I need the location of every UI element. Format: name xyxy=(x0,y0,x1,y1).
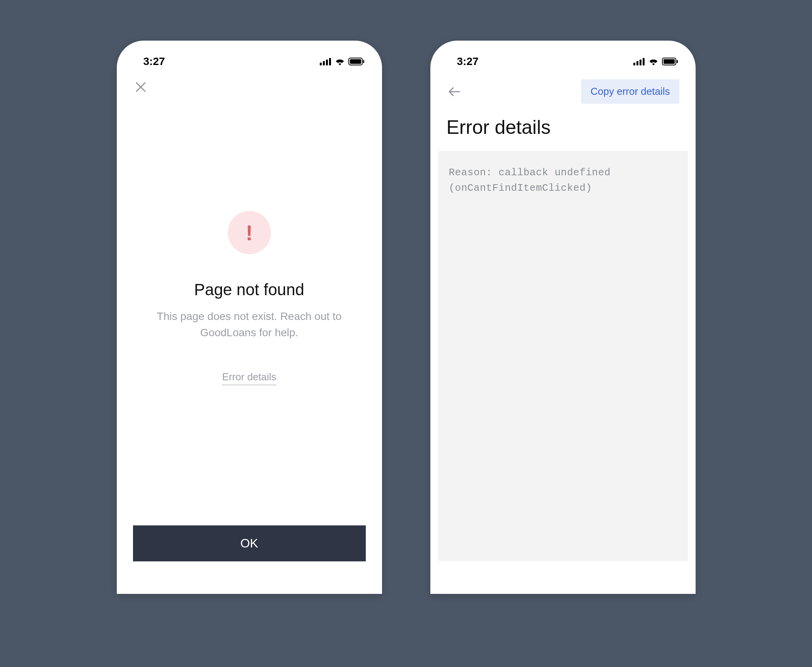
status-bar: 3:27 xyxy=(430,52,696,71)
signal-icon xyxy=(320,58,331,65)
close-icon[interactable] xyxy=(133,79,148,95)
back-icon[interactable] xyxy=(447,84,462,99)
status-icons xyxy=(633,58,678,65)
battery-icon xyxy=(662,58,678,65)
error-subtitle: This page does not exist. Reach out to G… xyxy=(153,308,346,341)
page-title: Error details xyxy=(430,104,696,151)
error-title: Page not found xyxy=(194,280,304,299)
svg-rect-6 xyxy=(363,60,364,63)
nav-bar xyxy=(117,71,382,95)
svg-rect-0 xyxy=(320,63,322,65)
status-icons xyxy=(320,58,365,65)
svg-rect-1 xyxy=(323,61,325,65)
svg-rect-2 xyxy=(326,60,328,65)
svg-rect-8 xyxy=(636,61,638,65)
ok-button[interactable]: OK xyxy=(133,525,366,561)
copy-error-details-button[interactable]: Copy error details xyxy=(581,79,679,104)
error-icon: ! xyxy=(228,211,271,254)
phone-mockup-details: 3:27 Copy error details Error details Re… xyxy=(430,41,696,594)
battery-icon xyxy=(348,58,365,65)
svg-rect-12 xyxy=(664,59,675,64)
error-content: ! Page not found This page does not exis… xyxy=(117,211,382,385)
nav-bar: Copy error details xyxy=(430,71,696,104)
svg-rect-9 xyxy=(640,60,641,65)
status-time: 3:27 xyxy=(448,55,479,68)
wifi-icon xyxy=(334,58,345,65)
svg-rect-3 xyxy=(329,58,331,65)
wifi-icon xyxy=(648,58,659,65)
error-details-link[interactable]: Error details xyxy=(222,371,276,385)
svg-rect-13 xyxy=(677,60,678,63)
svg-rect-10 xyxy=(643,58,645,65)
status-bar: 3:27 xyxy=(117,52,382,71)
phone-mockup-error: 3:27 ! Page not found This page does not… xyxy=(117,41,382,594)
svg-rect-7 xyxy=(633,63,635,65)
svg-rect-5 xyxy=(350,59,361,64)
status-time: 3:27 xyxy=(134,55,165,68)
signal-icon xyxy=(633,58,645,65)
error-log: Reason: callback undefined (onCantFindIt… xyxy=(438,151,688,561)
exclamation-icon: ! xyxy=(246,220,253,245)
